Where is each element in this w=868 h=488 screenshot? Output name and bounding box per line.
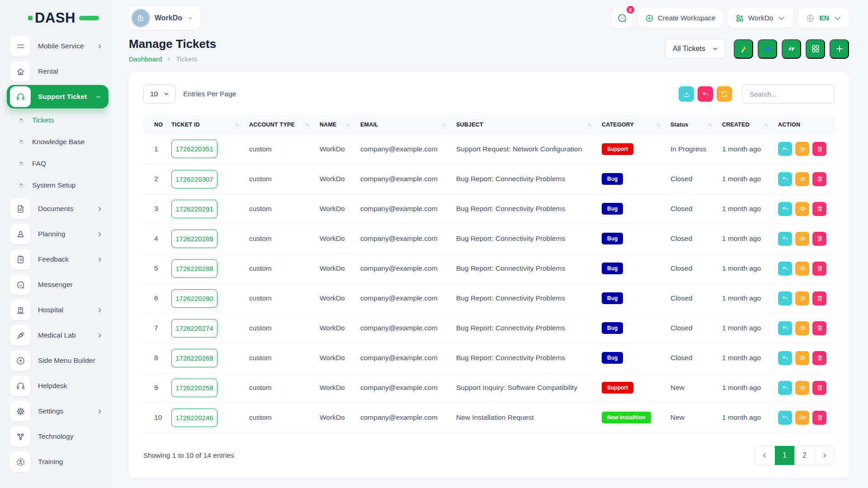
- sidebar-subitem-tickets[interactable]: Tickets: [0, 109, 111, 131]
- row-reply-button[interactable]: [778, 172, 792, 186]
- entries-per-page-select[interactable]: 10: [143, 84, 176, 103]
- sidebar-item-support-ticket[interactable]: Support Ticket: [7, 85, 108, 108]
- row-eye-button[interactable]: [795, 321, 809, 335]
- workdo-menu-button[interactable]: WorkDo: [728, 8, 793, 28]
- row-trash-button[interactable]: [812, 381, 826, 395]
- messages-button[interactable]: 0: [612, 8, 632, 28]
- ticket-id-button[interactable]: 1726220289: [171, 230, 217, 248]
- row-eye-button[interactable]: [795, 172, 809, 186]
- tool-button-zendesk[interactable]: [782, 39, 801, 59]
- column-header-label: CATEGORY: [602, 122, 634, 128]
- sidebar-item-documents[interactable]: Documents: [0, 196, 111, 221]
- row-reply-button[interactable]: [778, 232, 792, 246]
- ticket-id-button[interactable]: 1726220288: [171, 259, 217, 278]
- ticket-id-button[interactable]: 1726220351: [171, 140, 217, 158]
- row-reply-button[interactable]: [778, 202, 792, 216]
- row-trash-button[interactable]: [812, 291, 826, 305]
- cell-action: [774, 403, 835, 432]
- ticket-id-button[interactable]: 1726220258: [171, 379, 217, 397]
- sidebar-item-technology[interactable]: Technology: [0, 424, 111, 449]
- brand-logo[interactable]: DASH: [0, 7, 111, 29]
- tool-button-adsense[interactable]: [734, 39, 753, 59]
- ticket-id-button[interactable]: 1726220280: [171, 289, 217, 308]
- row-reply-button[interactable]: [778, 381, 792, 395]
- row-trash-button[interactable]: [812, 411, 826, 425]
- sidebar-item-helpdesk[interactable]: Helpdesk: [0, 373, 111, 399]
- row-eye-button[interactable]: [795, 142, 809, 156]
- sidebar-subitem-faq[interactable]: FAQ: [0, 153, 111, 174]
- create-workspace-button[interactable]: Create Workspace: [638, 8, 723, 28]
- row-eye-button[interactable]: [795, 232, 809, 246]
- tool-button-onedrive[interactable]: [758, 39, 777, 59]
- control-button-undo[interactable]: [698, 86, 713, 102]
- breadcrumb-dashboard-link[interactable]: Dashboard: [129, 55, 162, 63]
- sidebar-item-label: Hospital: [38, 306, 90, 314]
- search-input[interactable]: [742, 84, 835, 103]
- row-eye-button[interactable]: [795, 262, 809, 276]
- page-tool-buttons: [734, 39, 849, 59]
- language-selector[interactable]: EN: [798, 8, 849, 28]
- column-header-account-type[interactable]: ACCOUNT TYPE: [245, 115, 315, 134]
- control-button-refresh[interactable]: [717, 86, 732, 102]
- control-button-download[interactable]: [679, 86, 694, 102]
- sidebar-item-label: Messenger: [38, 281, 103, 289]
- cell-created: 1 month ago: [717, 224, 774, 253]
- sidebar-item-messenger[interactable]: Messenger: [0, 272, 111, 297]
- row-trash-button[interactable]: [812, 351, 826, 365]
- email-text: company@example.com: [360, 413, 438, 421]
- ticket-id-button[interactable]: 1726220307: [171, 170, 217, 188]
- row-trash-button[interactable]: [812, 202, 826, 216]
- row-reply-button[interactable]: [778, 321, 792, 335]
- ticket-id-button[interactable]: 1726220274: [171, 319, 217, 338]
- sidebar-subitem-system-setup[interactable]: System Setup: [0, 174, 111, 196]
- column-header-email[interactable]: EMAIL: [356, 115, 452, 134]
- row-trash-button[interactable]: [812, 232, 826, 246]
- sidebar-item-medical-lab[interactable]: Medical Lab: [0, 323, 111, 348]
- ticket-id-button[interactable]: 1726220246: [171, 408, 217, 427]
- chevron-right-icon: [97, 408, 103, 414]
- pagination-prev-button[interactable]: [755, 446, 774, 465]
- row-trash-button[interactable]: [812, 172, 826, 186]
- sidebar-item-settings[interactable]: Settings: [0, 399, 111, 424]
- cell-action: [774, 253, 835, 283]
- ticket-filter-select[interactable]: All Tickets: [665, 39, 726, 59]
- column-header-status[interactable]: Status: [666, 115, 717, 134]
- sidebar-item-mobile-service[interactable]: Mobile Service: [0, 33, 111, 59]
- sidebar-item-planning[interactable]: Planning: [0, 221, 111, 247]
- nodes-icon: [16, 432, 25, 441]
- row-eye-button[interactable]: [795, 351, 809, 365]
- row-eye-button[interactable]: [795, 411, 809, 425]
- sidebar-item-feedback[interactable]: Feedback: [0, 247, 111, 272]
- chevron-down-icon: [712, 46, 718, 52]
- ticket-id-button[interactable]: 1726220269: [171, 349, 217, 367]
- row-trash-button[interactable]: [812, 262, 826, 276]
- ticket-id-button[interactable]: 1726220291: [171, 200, 217, 218]
- sidebar-item-hospital[interactable]: Hospital: [0, 297, 111, 323]
- row-eye-button[interactable]: [795, 381, 809, 395]
- cell-ticket-id: 1726220289: [167, 224, 245, 253]
- column-header-subject[interactable]: SUBJECT: [452, 115, 597, 134]
- sidebar-item-training[interactable]: Training: [0, 449, 111, 474]
- row-trash-button[interactable]: [812, 321, 826, 335]
- sidebar-item-rental[interactable]: Rental: [0, 59, 111, 84]
- row-reply-button[interactable]: [778, 411, 792, 425]
- sidebar-item-side-menu-builder[interactable]: Side Menu Builder: [0, 348, 111, 373]
- row-eye-button[interactable]: [795, 291, 809, 305]
- row-trash-button[interactable]: [812, 142, 826, 156]
- pagination-next-button[interactable]: [814, 446, 834, 465]
- sidebar-subitem-knowledge-base[interactable]: Knowledge Base: [0, 131, 111, 153]
- row-reply-button[interactable]: [778, 262, 792, 276]
- row-reply-button[interactable]: [778, 291, 792, 305]
- workspace-selector[interactable]: WorkDo: [129, 6, 200, 30]
- column-header-created[interactable]: CREATED: [717, 115, 774, 134]
- pagination-page-2[interactable]: 2: [794, 446, 814, 465]
- row-reply-button[interactable]: [778, 351, 792, 365]
- row-reply-button[interactable]: [778, 142, 792, 156]
- pagination-page-1[interactable]: 1: [774, 446, 794, 465]
- tool-button-grid[interactable]: [806, 39, 825, 59]
- row-eye-button[interactable]: [795, 202, 809, 216]
- column-header-ticket-id[interactable]: TICKET ID: [167, 115, 245, 134]
- column-header-category[interactable]: CATEGORY: [597, 115, 666, 134]
- tool-button-plus[interactable]: [830, 39, 849, 59]
- column-header-name[interactable]: NAME: [315, 115, 356, 134]
